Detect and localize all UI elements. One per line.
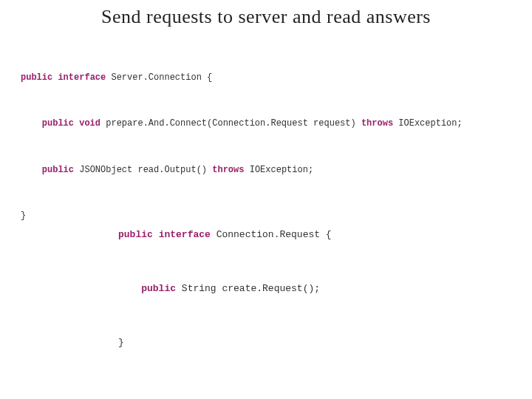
exception: IOException; xyxy=(393,118,463,129)
keyword-interface: interface xyxy=(159,229,211,240)
keyword-public: public xyxy=(118,229,153,240)
indent xyxy=(118,283,141,294)
code-block-connectionrequest: public interface Connection.Request { pu… xyxy=(118,222,332,356)
iface-name: Server.Connection { xyxy=(106,72,212,83)
brace-close: } xyxy=(21,211,26,221)
slide: Send requests to server and read answers… xyxy=(0,0,532,399)
indent xyxy=(21,118,42,129)
keyword-throws: throws xyxy=(212,165,244,175)
method-prepareandconnect: prepare.And.Connect(Connection.Request r… xyxy=(100,118,361,129)
keyword-public-void: public void xyxy=(42,118,100,129)
method-createrequest: String create.Request(); xyxy=(176,283,320,294)
keyword-public: public xyxy=(141,283,176,294)
method-readoutput: JSONObject read.Output() xyxy=(74,165,212,175)
keyword-throws: throws xyxy=(361,118,393,129)
keyword-public: public xyxy=(42,165,74,175)
code-block-serverconnection: public interface Server.Connection { pub… xyxy=(21,66,463,228)
keyword-interface: interface xyxy=(58,72,106,83)
brace-close: } xyxy=(118,337,124,348)
keyword-public: public xyxy=(21,72,52,83)
slide-title: Send requests to server and read answers xyxy=(0,6,532,28)
iface-name: Connection.Request { xyxy=(211,229,332,240)
exception: IOException; xyxy=(244,165,313,175)
indent xyxy=(21,165,42,175)
